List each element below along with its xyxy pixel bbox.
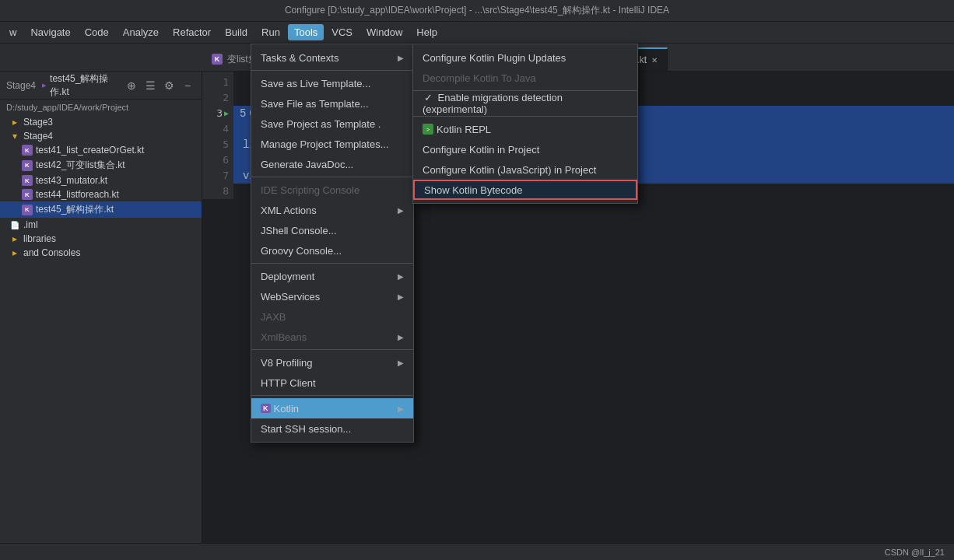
menu-ssh[interactable]: Start SSH session... xyxy=(251,418,413,439)
repl-icon: > xyxy=(423,124,433,135)
menu-deployment[interactable]: Deployment ▶ xyxy=(251,266,413,286)
arrow-icon: ▶ xyxy=(398,272,404,281)
kotlin-repl[interactable]: > Kotlin REPL xyxy=(413,119,637,139)
arrow-icon: ▶ xyxy=(398,54,404,62)
menu-http[interactable]: HTTP Client xyxy=(251,373,413,393)
kotlin-decompile: Decompile Kotlin To Java xyxy=(413,68,637,88)
title-text: Configure [D:\study_app\IDEA\work\Projec… xyxy=(6,4,948,17)
menu-xmlbeans: XmlBeans ▶ xyxy=(251,327,413,347)
kotlin-submenu: Configure Kotlin Plugin Updates Decompil… xyxy=(412,44,638,204)
menu-save-file-template[interactable]: Save File as Template... xyxy=(251,93,413,114)
menu-refactor[interactable]: Refactor xyxy=(167,24,217,40)
menu-tasks-contexts[interactable]: Tasks & Contexts ▶ xyxy=(251,47,413,68)
menu-manage-templates[interactable]: Manage Project Templates... xyxy=(251,134,413,154)
menu-jaxb: JAXB xyxy=(251,306,413,327)
dropdown-overlay: Tasks & Contexts ▶ Save as Live Template… xyxy=(0,44,954,560)
arrow-icon: ▶ xyxy=(398,359,404,367)
menu-bar: w Navigate Code Analyze Refactor Build R… xyxy=(0,22,954,44)
menu-save-project-template[interactable]: Save Project as Template . xyxy=(251,114,413,134)
menu-separator xyxy=(251,70,413,71)
arrow-icon: ▶ xyxy=(398,292,404,301)
kotlin-migrations[interactable]: ✓ Enable migrations detection (experimen… xyxy=(413,93,637,114)
menu-w[interactable]: w xyxy=(3,24,23,40)
kotlin-logo: K xyxy=(261,404,271,413)
menu-v8[interactable]: V8 Profiling ▶ xyxy=(251,352,413,373)
arrow-icon: ▶ xyxy=(398,333,404,341)
menu-run[interactable]: Run xyxy=(255,24,286,40)
menu-webservices[interactable]: WebServices ▶ xyxy=(251,286,413,306)
kotlin-configure-project[interactable]: Configure Kotlin in Project xyxy=(413,139,637,159)
menu-build[interactable]: Build xyxy=(219,24,254,40)
menu-generate-javadoc[interactable]: Generate JavaDoc... xyxy=(251,154,413,174)
menu-code[interactable]: Code xyxy=(79,24,115,40)
menu-groovy[interactable]: Groovy Console... xyxy=(251,240,413,261)
arrow-icon: ▶ xyxy=(398,404,404,413)
kotlin-configure-js[interactable]: Configure Kotlin (JavaScript) in Project xyxy=(413,159,637,180)
menu-window[interactable]: Window xyxy=(360,24,409,40)
arrow-icon: ▶ xyxy=(398,206,404,215)
menu-xml-actions[interactable]: XML Actions ▶ xyxy=(251,200,413,220)
menu-navigate[interactable]: Navigate xyxy=(24,24,76,40)
menu-separator-2 xyxy=(251,177,413,177)
menu-jshell[interactable]: JShell Console... xyxy=(251,220,413,240)
menu-kotlin[interactable]: K Kotlin ▶ xyxy=(251,398,413,418)
menu-separator-4 xyxy=(251,349,413,350)
menu-vcs[interactable]: VCS xyxy=(325,24,359,40)
kotlin-separator-1 xyxy=(413,90,637,91)
menu-separator-3 xyxy=(251,263,413,264)
kotlin-show-bytecode[interactable]: Show Kotlin Bytecode xyxy=(413,180,637,200)
menu-tools[interactable]: Tools xyxy=(288,24,324,40)
tools-menu: Tasks & Contexts ▶ Save as Live Template… xyxy=(251,44,414,443)
menu-ide-console: IDE Scripting Console xyxy=(251,180,413,200)
kotlin-separator-2 xyxy=(413,116,637,117)
kotlin-configure-plugin[interactable]: Configure Kotlin Plugin Updates xyxy=(413,47,637,68)
title-bar: Configure [D:\study_app\IDEA\work\Projec… xyxy=(0,0,954,22)
menu-save-live[interactable]: Save as Live Template... xyxy=(251,73,413,93)
menu-separator-5 xyxy=(251,395,413,396)
menu-help[interactable]: Help xyxy=(410,24,444,40)
menu-analysis[interactable]: Analyze xyxy=(117,24,165,40)
